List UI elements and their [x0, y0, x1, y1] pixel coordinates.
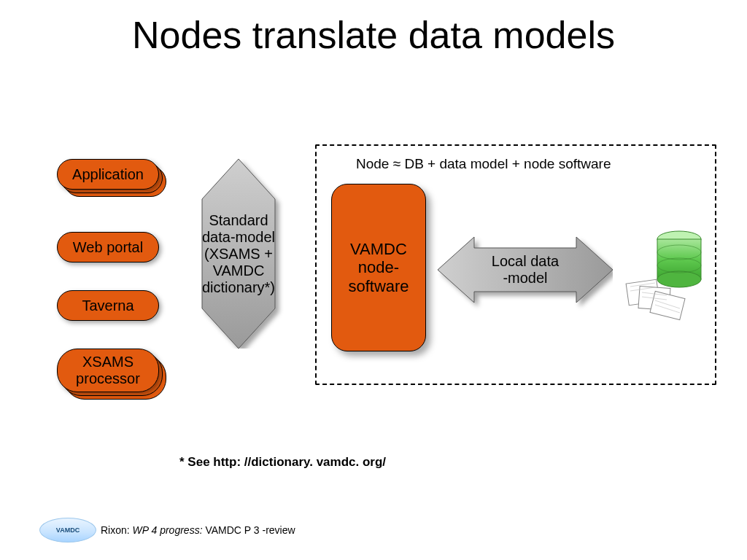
pill-xsams-processor-stack: XSAMS processor: [57, 349, 159, 392]
svg-point-4: [657, 271, 701, 287]
footer: VAMDC Rixon: WP 4 progress: VAMDC P 3 -r…: [39, 518, 295, 542]
pill-label: XSAMS processor: [76, 354, 140, 387]
pill-webportal-inner: Web portal: [57, 232, 159, 262]
pill-xsams-processor: XSAMS processor: [57, 349, 159, 392]
footer-text: Rixon: WP 4 progress: VAMDC P 3 -review: [101, 524, 295, 536]
vamdc-label: VAMDC node- software: [348, 240, 409, 295]
text-line: XSAMS: [82, 354, 133, 370]
arrow-standard-datamodel: Standard data-model (XSAMS + VAMDC dicti…: [169, 159, 308, 349]
pill-label: Application: [72, 166, 144, 183]
footer-author: Rixon:: [101, 524, 130, 536]
node-caption: Node ≈ DB + data model + node software: [356, 156, 611, 172]
pill-taverna: Taverna: [57, 290, 159, 321]
svg-rect-9: [650, 291, 685, 319]
text-line: (XSAMS +: [204, 246, 273, 262]
pill-webportal: Web portal: [57, 232, 159, 262]
slide-title: Nodes translate data models: [0, 13, 747, 57]
text-line: software: [348, 277, 409, 295]
arrow-label: Standard data-model (XSAMS + VAMDC dicti…: [202, 212, 275, 296]
footer-italic: WP 4 progress:: [133, 524, 203, 536]
arrow-label: Local data -model: [492, 253, 559, 287]
vamdc-logo: VAMDC: [39, 518, 96, 542]
text-line: dictionary*): [202, 279, 275, 295]
text-line: Standard: [209, 212, 268, 228]
text-line: VAMDC: [350, 240, 407, 258]
text-line: -model: [503, 270, 547, 286]
text-line: VAMDC: [213, 262, 265, 279]
text-line: node-: [358, 258, 399, 276]
text-line: processor: [76, 370, 140, 386]
pill-label: Web portal: [73, 239, 143, 256]
text-line: Local data: [492, 253, 559, 269]
database-icon: [624, 219, 705, 321]
pill-application: Application: [57, 159, 159, 190]
logo-text: VAMDC: [56, 526, 80, 534]
pill-application-stack: Application: [57, 159, 159, 190]
footnote: * See http: //dictionary. vamdc. org/: [179, 455, 386, 470]
text-line: data-model: [202, 229, 275, 245]
arrow-local-datamodel: Local data -model: [438, 226, 613, 314]
pill-taverna-inner: Taverna: [57, 290, 159, 321]
vamdc-node-software: VAMDC node- software: [331, 184, 426, 351]
pill-label: Taverna: [82, 298, 133, 314]
footer-tail: VAMDC P 3 -review: [205, 524, 295, 536]
